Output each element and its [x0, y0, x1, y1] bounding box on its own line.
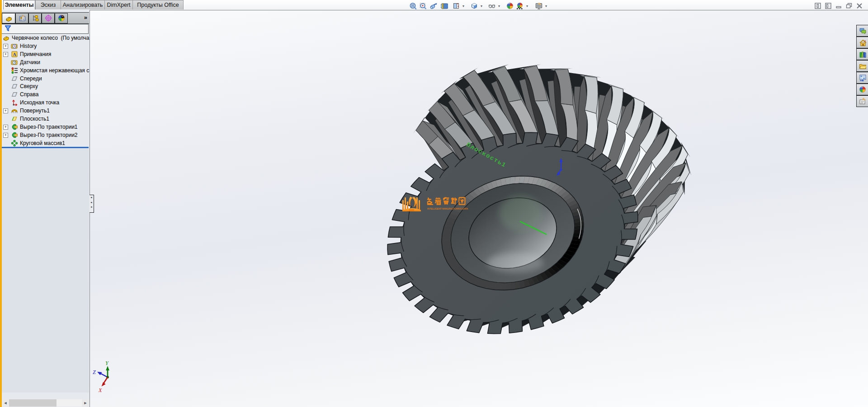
svg-text:X: X: [98, 387, 102, 393]
svg-text:Z: Z: [93, 369, 96, 375]
svg-text:Y: Y: [105, 360, 109, 366]
svg-text:INTELLIGENT MANUFACTURING DATA: INTELLIGENT MANUFACTURING DATA: [427, 207, 468, 210]
